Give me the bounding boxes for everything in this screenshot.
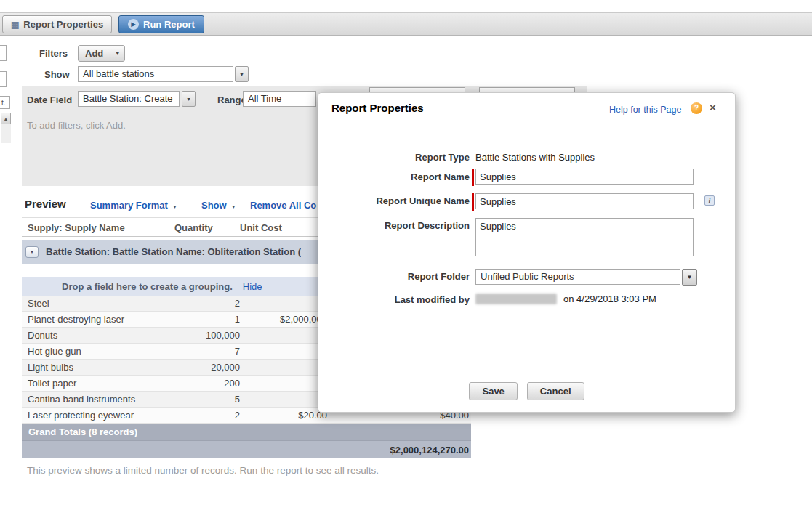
report-unique-name-label: Report Unique Name	[324, 195, 470, 206]
cell-supply-name: Laser protecting eyewear	[28, 408, 134, 423]
range-label: Range	[217, 94, 246, 105]
report-properties-modal: Report Properties Help for this Page ? ×…	[318, 92, 736, 413]
cell-quantity: 1	[167, 312, 240, 327]
show-menu[interactable]: Show▼	[201, 200, 236, 211]
group-collapse-button[interactable]: ▼	[25, 246, 39, 258]
summary-format-label: Summary Format	[90, 200, 168, 211]
column-header-quantity[interactable]: Quantity	[174, 222, 213, 233]
show-menu-label: Show	[201, 200, 227, 211]
range-select[interactable]: All Time	[243, 91, 316, 107]
chevron-down-icon: ▼	[231, 204, 236, 209]
preview-title: Preview	[25, 198, 66, 210]
report-builder-screen: ▦ Report Properties ▶ Run Report t. ▲ Fi…	[0, 0, 812, 510]
cell-supply-name: Light bulbs	[28, 360, 73, 375]
save-button[interactable]: Save	[469, 382, 517, 400]
show-label: Show	[44, 69, 70, 80]
report-name-label: Report Name	[324, 171, 470, 182]
report-properties-icon: ▦	[11, 20, 19, 30]
report-folder-label: Report Folder	[324, 271, 470, 282]
show-select[interactable]: All battle stations	[78, 66, 233, 82]
run-report-button[interactable]: ▶ Run Report	[118, 15, 204, 33]
filters-label: Filters	[39, 48, 68, 59]
grand-total-value-row: $2,000,124,270.00	[22, 440, 471, 458]
cell-supply-name: Planet-destroying laser	[28, 312, 124, 327]
report-folder-select[interactable]: Unfiled Public Reports	[475, 269, 680, 285]
cell-supply-name: Steel	[28, 296, 49, 311]
show-select-value: All battle stations	[83, 68, 154, 79]
cell-quantity: 20,000	[167, 360, 240, 375]
cancel-button[interactable]: Cancel	[527, 382, 584, 400]
chevron-down-icon: ▼	[110, 51, 124, 56]
grand-totals-label: Grand Totals (8 records)	[28, 426, 137, 437]
cell-unit-cost: $20.00	[254, 408, 327, 423]
date-field-select-arrow[interactable]: ▼	[182, 91, 196, 107]
summary-format-menu[interactable]: Summary Format▼	[90, 200, 177, 211]
report-unique-name-input[interactable]	[475, 193, 694, 209]
grand-totals-row: Grand Totals (8 records)	[22, 424, 471, 440]
chevron-down-icon: ▼	[239, 72, 244, 77]
group-header-text: Battle Station: Battle Station Name: Obl…	[46, 246, 301, 257]
close-icon[interactable]: ×	[710, 101, 716, 113]
chevron-down-icon: ▼	[172, 204, 177, 209]
help-icon[interactable]: ?	[691, 102, 702, 114]
last-modified-value: on 4/29/2018 3:03 PM	[563, 294, 656, 304]
cell-supply-name: Donuts	[28, 328, 57, 343]
preview-limit-note: This preview shows a limited number of r…	[27, 465, 379, 476]
cell-supply-name: Hot glue gun	[28, 344, 81, 359]
redacted-user-name	[475, 294, 557, 304]
cell-quantity: 100,000	[167, 328, 240, 343]
left-pane-fragment	[0, 71, 7, 87]
remove-all-columns-link[interactable]: Remove All Co	[250, 200, 316, 211]
cell-quantity: 2	[167, 408, 240, 423]
modal-title: Report Properties	[331, 102, 424, 114]
grand-total-value: $2,000,124,270.00	[382, 441, 469, 459]
cell-supply-name: Cantina band instruments	[28, 392, 135, 407]
help-for-page-link[interactable]: Help for this Page	[609, 105, 681, 115]
hide-link[interactable]: Hide	[243, 281, 262, 292]
cell-quantity: 7	[167, 344, 240, 359]
left-pane-fragment	[0, 45, 7, 61]
report-description-label: Report Description	[324, 220, 470, 231]
report-name-input[interactable]	[475, 169, 694, 185]
modal-buttons: Save Cancel	[318, 382, 735, 400]
add-filter-label: Add	[79, 48, 110, 59]
report-description-textarea[interactable]: Supplies	[475, 218, 694, 256]
cell-unit-cost: $2,000,000	[254, 312, 327, 327]
cell-supply-name: Toilet paper	[28, 376, 76, 391]
column-header-supply-name[interactable]: Supply: Supply Name	[28, 222, 125, 233]
scroll-up-arrow[interactable]: ▲	[1, 113, 11, 124]
report-type-value: Battle Stations with Supplies	[475, 152, 595, 163]
date-field-value: Battle Station: Create	[83, 93, 173, 104]
drop-zone-hint: Drop a field here to create a grouping.	[62, 281, 233, 292]
report-properties-label: Report Properties	[23, 19, 103, 30]
chevron-down-icon: ▼	[687, 274, 693, 280]
remove-all-columns-label: Remove All Co	[250, 200, 316, 211]
left-pane-fragment-text: t.	[0, 96, 10, 109]
chevron-down-icon: ▼	[186, 97, 191, 102]
date-field-label: Date Field	[27, 94, 72, 105]
range-select-value: All Time	[248, 93, 281, 104]
report-folder-select-arrow[interactable]: ▼	[682, 269, 697, 286]
report-folder-value: Unfiled Public Reports	[481, 271, 574, 282]
add-filters-hint: To add filters, click Add.	[27, 120, 126, 131]
toolbar: ▦ Report Properties ▶ Run Report	[0, 12, 812, 36]
required-field-bar	[472, 193, 474, 211]
last-modified-label: Last modified by	[324, 294, 470, 305]
report-type-label: Report Type	[324, 152, 470, 163]
run-report-play-icon: ▶	[128, 19, 139, 30]
scrollbar-track[interactable]	[1, 124, 11, 143]
run-report-label: Run Report	[143, 19, 195, 30]
chevron-down-icon: ▼	[30, 250, 34, 254]
info-icon[interactable]: i	[704, 195, 715, 206]
required-field-bar	[472, 169, 474, 186]
add-filter-button[interactable]: Add ▼	[78, 45, 125, 62]
date-field-select[interactable]: Battle Station: Create	[78, 91, 180, 107]
cell-quantity: 200	[167, 376, 240, 391]
cell-quantity: 2	[167, 296, 240, 311]
column-header-unit-cost[interactable]: Unit Cost	[240, 222, 282, 233]
cell-quantity: 5	[167, 392, 240, 407]
show-select-arrow[interactable]: ▼	[235, 66, 249, 82]
report-properties-button[interactable]: ▦ Report Properties	[2, 15, 112, 33]
